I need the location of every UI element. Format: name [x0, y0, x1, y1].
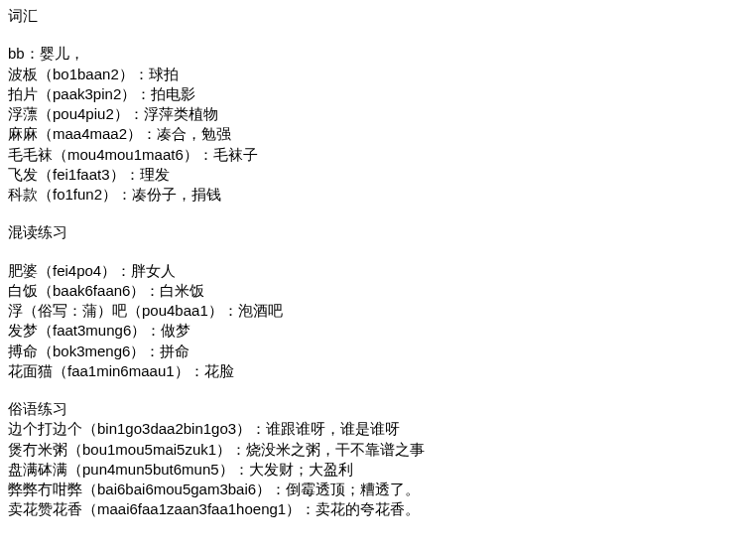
- mixed-line: 搏命（bok3meng6）：拼命: [8, 342, 748, 361]
- spacer: [8, 381, 748, 399]
- vocab-line: bb：婴儿，: [8, 44, 748, 64]
- vocab-line: 波板（bo1baan2）：球拍: [8, 65, 748, 84]
- vocab-line: 浮薸（pou4piu2）：浮萍类植物: [8, 104, 748, 124]
- mixed-line: 白饭（baak6faan6）：白米饭: [8, 281, 748, 301]
- idiom-line: 卖花赞花香（maai6faa1zaan3faa1hoeng1）：卖花的夸花香。: [8, 499, 748, 519]
- mixed-line: 花面猫（faa1min6maau1）：花脸: [8, 361, 748, 381]
- spacer: [8, 243, 748, 261]
- section-title-mixed: 混读练习: [8, 222, 748, 242]
- vocab-line: 麻麻（maa4maa2）：凑合，勉强: [8, 124, 748, 144]
- section-title-vocab: 词汇: [8, 6, 748, 26]
- mixed-line: 发梦（faat3mung6）：做梦: [8, 321, 748, 341]
- document-page: 词汇 bb：婴儿， 波板（bo1baan2）：球拍 拍片（paak3pin2）：…: [0, 0, 756, 528]
- spacer: [8, 205, 748, 222]
- mixed-line: 肥婆（fei4po4）：胖女人: [8, 261, 748, 281]
- idiom-line: 煲冇米粥（bou1mou5mai5zuk1）：烧没米之粥，干不靠谱之事: [8, 440, 748, 460]
- vocab-line: 飞发（fei1faat3）：理发: [8, 165, 748, 185]
- mixed-line: 浮（俗写：蒲）吧（pou4baa1）：泡酒吧: [8, 301, 748, 321]
- vocab-line: 科款（fo1fun2）：凑份子，捐钱: [8, 185, 748, 205]
- spacer: [8, 26, 748, 44]
- idiom-line: 弊弊冇咁弊（bai6bai6mou5gam3bai6）：倒霉透顶；糟透了。: [8, 480, 748, 499]
- idiom-line: 边个打边个（bin1go3daa2bin1go3）：谁跟谁呀，谁是谁呀: [8, 419, 748, 439]
- section-title-idioms: 俗语练习: [8, 399, 748, 419]
- idiom-line: 盘满砵满（pun4mun5but6mun5）：大发财；大盈利: [8, 460, 748, 480]
- vocab-line: 毛毛袜（mou4mou1maat6）：毛袜子: [8, 145, 748, 165]
- vocab-line: 拍片（paak3pin2）：拍电影: [8, 84, 748, 104]
